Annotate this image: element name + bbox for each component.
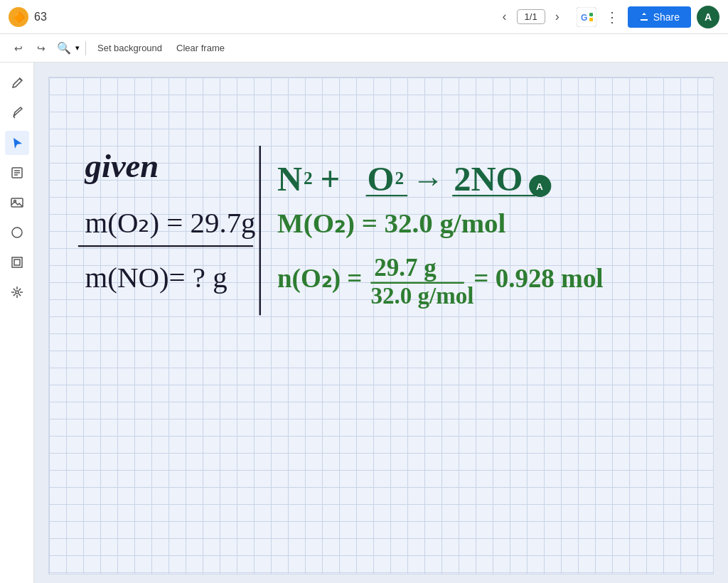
svg-text:32.0 g/mol: 32.0 g/mol: [370, 283, 473, 309]
share-button[interactable]: Share: [628, 6, 691, 28]
document-title: 63: [34, 11, 47, 23]
app-logo: 🔶: [9, 7, 28, 27]
pen-tool-button[interactable]: [5, 71, 29, 95]
prev-slide-button[interactable]: ‹: [497, 6, 513, 27]
svg-text:2: 2: [395, 168, 404, 188]
zoom-chevron-icon[interactable]: ▾: [75, 43, 80, 53]
slide-counter: 1/1: [517, 9, 545, 24]
svg-text:n(O₂) =: n(O₂) =: [277, 264, 362, 294]
whiteboard[interactable]: given m(O₂) = 29.7g m(NO)= ? g N 2 + O 2…: [48, 77, 714, 574]
shape-tool-button[interactable]: [5, 220, 29, 245]
svg-point-14: [16, 291, 18, 294]
svg-text:G: G: [581, 13, 587, 23]
more-options-button[interactable]: ⋮: [602, 6, 622, 28]
svg-text:A: A: [536, 181, 543, 192]
clear-frame-button[interactable]: Clear frame: [171, 40, 230, 56]
svg-text:+: +: [320, 160, 340, 198]
svg-text:O: O: [368, 160, 395, 198]
svg-text:given: given: [85, 147, 159, 184]
set-background-button[interactable]: Set background: [92, 40, 168, 56]
svg-text:→: →: [412, 162, 444, 198]
svg-point-11: [12, 228, 22, 237]
cursor-tool-button[interactable]: [5, 131, 29, 155]
zoom-control: 🔍 ▾: [54, 40, 80, 56]
share-label: Share: [653, 11, 680, 23]
svg-rect-2: [589, 13, 593, 16]
svg-line-4: [14, 117, 15, 118]
toolbar: ↩ ↪ 🔍 ▾ Set background Clear frame: [0, 34, 728, 63]
undo-button[interactable]: ↩: [9, 40, 28, 57]
next-slide-button[interactable]: ›: [550, 6, 565, 27]
svg-text:2NO: 2NO: [454, 160, 523, 198]
user-avatar: A: [697, 6, 719, 28]
svg-text:= 0.928 mol: = 0.928 mol: [473, 264, 603, 293]
zoom-icon[interactable]: 🔍: [54, 40, 74, 56]
svg-text:2: 2: [304, 168, 313, 188]
header: 🔶 63 ‹ 1/1 › G ⋮ Share A: [0, 0, 728, 34]
redo-button[interactable]: ↪: [31, 40, 51, 57]
frame-tool-button[interactable]: [5, 250, 29, 274]
slide-navigation: ‹ 1/1 ›: [497, 6, 565, 27]
canvas-area[interactable]: given m(O₂) = 29.7g m(NO)= ? g N 2 + O 2…: [34, 63, 728, 583]
marker-tool-button[interactable]: [5, 101, 29, 125]
header-right-actions: G ⋮ Share A: [577, 6, 719, 28]
laser-tool-button[interactable]: [5, 280, 29, 304]
image-tool-button[interactable]: [5, 191, 29, 215]
toolbar-divider: [85, 41, 86, 55]
main-area: given m(O₂) = 29.7g m(NO)= ? g N 2 + O 2…: [0, 63, 728, 583]
svg-text:N: N: [277, 160, 302, 198]
svg-text:29.7 g: 29.7 g: [374, 254, 437, 282]
left-sidebar: [0, 63, 34, 583]
sticky-note-tool-button[interactable]: [5, 161, 29, 185]
board-drawing: given m(O₂) = 29.7g m(NO)= ? g N 2 + O 2…: [49, 77, 713, 574]
svg-text:M(O₂) = 32.0 g/mol: M(O₂) = 32.0 g/mol: [277, 208, 505, 239]
google-icon: G: [577, 7, 596, 27]
svg-text:m(O₂) = 29.7g: m(O₂) = 29.7g: [85, 207, 256, 239]
svg-rect-13: [14, 260, 20, 265]
svg-rect-12: [12, 257, 22, 267]
svg-rect-3: [589, 18, 593, 21]
svg-text:m(NO)= ? g: m(NO)= ? g: [85, 262, 228, 294]
